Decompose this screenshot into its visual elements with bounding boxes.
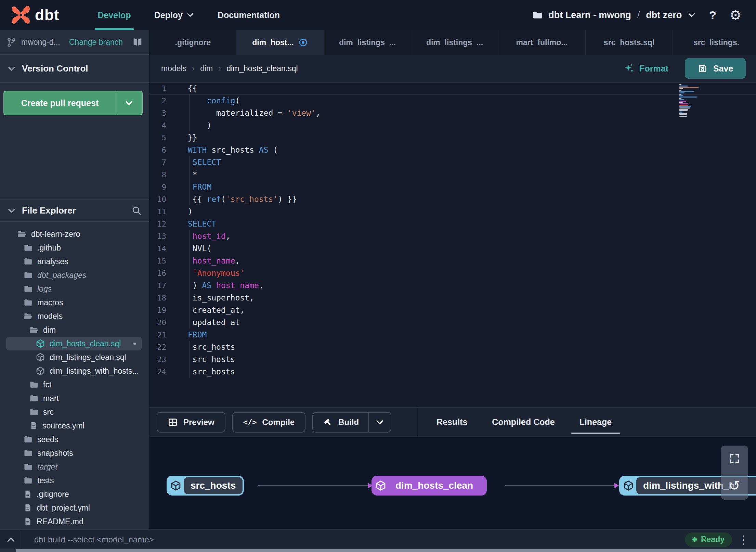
line-number: 13 <box>149 232 175 241</box>
editor-tab-dim-listings-[interactable]: dim_listings_... <box>411 30 498 55</box>
tree-item-src[interactable]: src <box>0 405 149 419</box>
line-number: 7 <box>149 158 175 167</box>
lineage-node-dim-hosts-clean[interactable]: dim_hosts_clean <box>372 476 487 496</box>
code-line-3: 3 materialized = 'view', <box>149 107 756 119</box>
horizontal-scrollbar[interactable] <box>16 549 756 552</box>
compile-button[interactable]: </> Compile <box>232 412 305 433</box>
tree-item-tests[interactable]: tests <box>0 474 149 487</box>
project-switcher[interactable]: dbt Learn - mwong / dbt zero <box>532 10 696 21</box>
tree-item-analyses[interactable]: analyses <box>0 255 149 268</box>
tree-item-seeds[interactable]: seeds <box>0 433 149 446</box>
code-line-11: 11) <box>149 205 756 218</box>
folder-icon <box>23 270 33 280</box>
kebab-menu-icon[interactable]: ⋮ <box>738 534 749 545</box>
lineage-edge <box>258 485 368 486</box>
lineage-node-label: src_hosts <box>184 477 243 494</box>
code-line-10: 10 {{ ref('src_hosts') }} <box>149 193 756 205</box>
tab-results[interactable]: Results <box>436 417 467 427</box>
tree-item-fct[interactable]: fct <box>0 378 149 391</box>
tree-item-readme-md[interactable]: README.md <box>0 515 149 528</box>
tab-compiled-code[interactable]: Compiled Code <box>492 417 555 427</box>
tab-lineage[interactable]: Lineage <box>579 417 612 427</box>
chevron-up-icon[interactable] <box>0 530 22 549</box>
refresh-icon[interactable]: ↺ <box>729 479 740 492</box>
editor-tab-mart-fullmo-[interactable]: mart_fullmo... <box>498 30 586 55</box>
breadcrumb-dim: dim <box>200 64 213 73</box>
pr-dropdown-chevron-icon[interactable] <box>116 91 142 115</box>
tree-item-dbt-packages[interactable]: dbt_packages <box>0 268 149 282</box>
tree-item--github[interactable]: .github <box>0 241 149 255</box>
preview-label: Preview <box>183 418 214 427</box>
folder-icon <box>23 298 33 307</box>
tree-item-sources-yml[interactable]: sources.yml <box>0 419 149 433</box>
lineage-node-src-hosts[interactable]: src_hosts <box>167 476 244 496</box>
tree-item-label: dim_hosts_clean.sql <box>50 339 121 348</box>
tree-item-label: .github <box>37 243 61 253</box>
save-button[interactable]: Save <box>685 58 746 79</box>
format-button[interactable]: Format <box>623 63 668 74</box>
create-pull-request-button[interactable]: Create pull request <box>3 91 143 115</box>
file-icon <box>23 503 32 512</box>
version-control-header[interactable]: Version Control <box>0 55 149 83</box>
tree-item-dim-hosts-clean-sql[interactable]: dim_hosts_clean.sql• <box>6 337 142 350</box>
folder-icon <box>29 380 39 389</box>
line-number: 18 <box>149 294 175 302</box>
file-icon <box>23 517 32 526</box>
tree-item-dbt-learn-zero[interactable]: dbt-learn-zero <box>0 227 149 241</box>
breadcrumb-chevron-icon: › <box>218 64 221 73</box>
code-line-17: 17 ) AS host_name, <box>149 279 756 292</box>
nav-deploy[interactable]: Deploy <box>143 0 206 30</box>
tree-item-models[interactable]: models <box>0 309 149 323</box>
code-editor[interactable]: 1{{2 config(3 materialized = 'view',4 )5… <box>149 82 756 407</box>
tree-item-target[interactable]: target <box>0 460 149 474</box>
build-dropdown-chevron-icon[interactable] <box>369 413 391 432</box>
fullscreen-expand-icon[interactable] <box>729 453 740 464</box>
folder-icon <box>29 394 39 403</box>
editor-tab-dim-host-[interactable]: dim_host... <box>237 30 324 55</box>
chevron-down-icon <box>186 11 194 19</box>
nav-develop[interactable]: Develop <box>86 0 142 30</box>
tree-item-macros[interactable]: macros <box>0 296 149 309</box>
tree-item--gitignore[interactable]: .gitignore <box>0 487 149 501</box>
lineage-canvas[interactable]: src_hosts dim_hosts_clean dim_listings_w… <box>149 437 756 529</box>
preview-button[interactable]: Preview <box>157 412 225 433</box>
line-number: 8 <box>149 170 175 179</box>
command-input[interactable]: dbt build --select <model_name> <box>34 535 154 544</box>
tree-item-dim-listings-clean-sql[interactable]: dim_listings_clean.sql <box>0 350 149 364</box>
docs-book-icon[interactable] <box>132 37 143 48</box>
build-button[interactable]: Build <box>313 413 368 432</box>
tree-item-dbt-project-yml[interactable]: dbt_project.yml <box>0 501 149 515</box>
tree-item-label: src <box>43 408 54 417</box>
editor-tab-dim-listings-[interactable]: dim_listings_... <box>324 30 411 55</box>
hammer-icon <box>323 417 333 427</box>
line-number: 1 <box>149 84 175 93</box>
build-label: Build <box>338 418 359 427</box>
tree-item-mart[interactable]: mart <box>0 391 149 405</box>
editor-tab-src-hosts-sql[interactable]: src_hosts.sql <box>586 30 673 55</box>
chevron-down-icon <box>7 206 16 216</box>
nav-documentation[interactable]: Documentation <box>206 0 291 30</box>
file-explorer-header[interactable]: File Explorer <box>0 200 149 222</box>
help-icon[interactable]: ? <box>709 9 716 22</box>
settings-gear-icon[interactable]: ⚙ <box>729 8 742 22</box>
tree-item-snapshots[interactable]: snapshots <box>0 446 149 460</box>
tree-item-dim-listings-with-hosts-[interactable]: dim_listings_with_hosts... <box>0 364 149 378</box>
code-line-23: 23 src_hosts <box>149 353 756 365</box>
editor-tab--gitignore[interactable]: .gitignore <box>149 30 237 55</box>
code-line-20: 20 updated_at <box>149 316 756 329</box>
modified-dot-icon <box>298 37 308 48</box>
editor-tab-src-listings-[interactable]: src_listings. <box>673 30 756 55</box>
compile-label: Compile <box>262 418 295 427</box>
search-icon[interactable] <box>131 205 142 216</box>
line-number: 22 <box>149 343 175 351</box>
folder-open-icon <box>17 229 27 239</box>
file-icon <box>29 421 38 430</box>
change-branch-link[interactable]: Change branch <box>69 38 123 47</box>
model-cube-icon <box>373 480 389 491</box>
code-line-5: 5}} <box>149 131 756 144</box>
minimap[interactable] <box>679 84 699 117</box>
code-brackets-icon: </> <box>243 418 257 426</box>
tree-item-dim[interactable]: dim <box>0 323 149 337</box>
dbt-logo-text: dbt <box>35 7 59 24</box>
tree-item-logs[interactable]: logs <box>0 282 149 296</box>
